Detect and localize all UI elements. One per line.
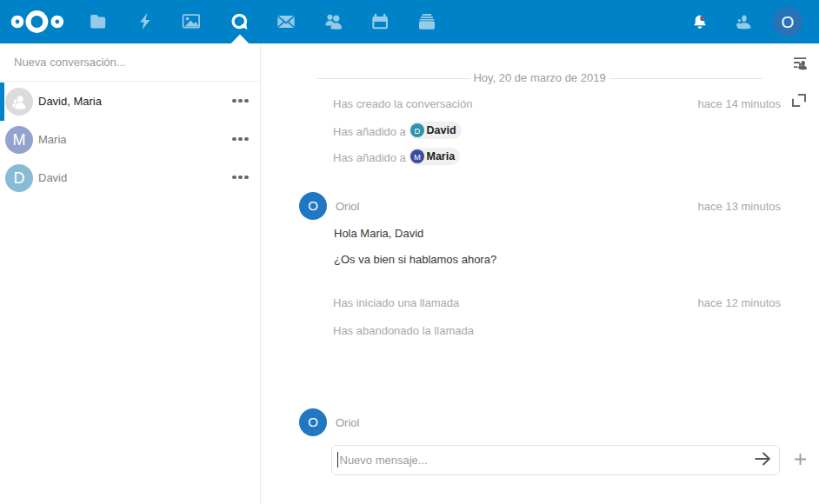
svg-text:O: O: [782, 13, 795, 31]
